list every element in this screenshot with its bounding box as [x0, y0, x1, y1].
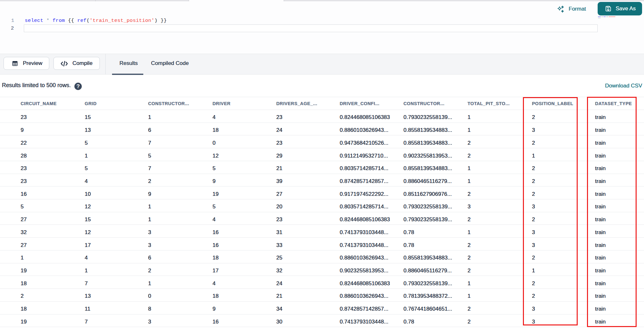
svg-text:?: ? — [76, 83, 80, 89]
